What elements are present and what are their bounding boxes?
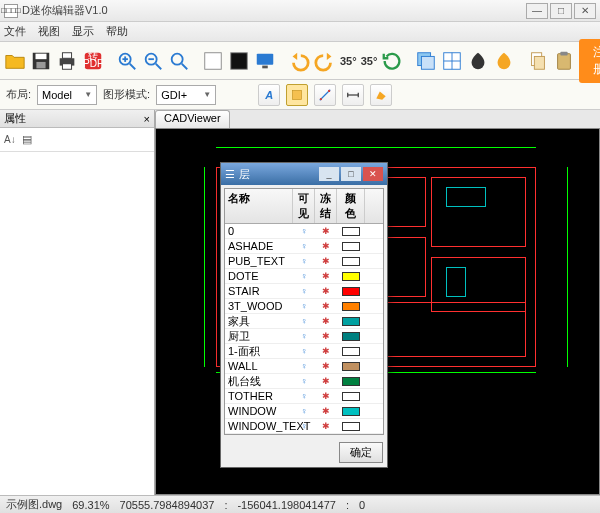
layer-row[interactable]: 厨卫♀✱: [225, 329, 383, 344]
color-swatch[interactable]: [337, 287, 365, 296]
color-swatch[interactable]: [337, 227, 365, 236]
layer-row[interactable]: TOTHER♀✱: [225, 389, 383, 404]
fill-color-button[interactable]: [493, 47, 515, 75]
register-button[interactable]: 注册: [579, 39, 600, 83]
bulb-icon[interactable]: ♀: [293, 391, 315, 401]
dialog-titlebar[interactable]: ☰ 层 _ □ ✕: [221, 163, 387, 185]
bulb-icon[interactable]: ♀: [293, 331, 315, 341]
area-tool-button[interactable]: [370, 84, 392, 106]
layer-row[interactable]: WINDOW_TEXT♀✱: [225, 419, 383, 434]
snowflake-icon[interactable]: ✱: [315, 376, 337, 386]
bulb-icon[interactable]: ♀: [293, 301, 315, 311]
paste-button[interactable]: [553, 47, 575, 75]
snowflake-icon[interactable]: ✱: [315, 406, 337, 416]
layout-select[interactable]: Model▼: [37, 85, 97, 105]
color-swatch[interactable]: [337, 392, 365, 401]
layer-row[interactable]: ASHADE♀✱: [225, 239, 383, 254]
text-tool-button[interactable]: A: [258, 84, 280, 106]
print-button[interactable]: [56, 47, 78, 75]
bg-white-button[interactable]: [202, 47, 224, 75]
bulb-icon[interactable]: ♀: [293, 361, 315, 371]
measure-tool-button[interactable]: [314, 84, 336, 106]
color-swatch[interactable]: [337, 242, 365, 251]
col-color[interactable]: 颜色: [337, 189, 365, 223]
snowflake-icon[interactable]: ✱: [315, 361, 337, 371]
snowflake-icon[interactable]: ✱: [315, 301, 337, 311]
bulb-icon[interactable]: ♀: [293, 376, 315, 386]
layer-row[interactable]: 机台线♀✱: [225, 374, 383, 389]
bulb-icon[interactable]: ♀: [293, 421, 315, 431]
select-tool-button[interactable]: [286, 84, 308, 106]
undo-button[interactable]: [288, 47, 310, 75]
rotate-right-button[interactable]: 35°: [361, 47, 378, 75]
ok-button[interactable]: 确定: [339, 442, 383, 463]
color-swatch[interactable]: [337, 272, 365, 281]
mode-select[interactable]: GDI+▼: [156, 85, 216, 105]
layer-row[interactable]: DOTE♀✱: [225, 269, 383, 284]
layer-row[interactable]: WALL♀✱: [225, 359, 383, 374]
copy-button[interactable]: [527, 47, 549, 75]
color-swatch[interactable]: [337, 377, 365, 386]
viewer-tab[interactable]: CADViewer: [155, 110, 230, 128]
bulb-icon[interactable]: ♀: [293, 346, 315, 356]
zoom-extents-button[interactable]: [168, 47, 190, 75]
dialog-minimize-button[interactable]: _: [319, 167, 339, 181]
layer-row[interactable]: STAIR♀✱: [225, 284, 383, 299]
bulb-icon[interactable]: ♀: [293, 271, 315, 281]
panel-close-icon[interactable]: ×: [144, 113, 150, 125]
bulb-icon[interactable]: ♀: [293, 256, 315, 266]
layer-button[interactable]: [415, 47, 437, 75]
dialog-close-button[interactable]: ✕: [363, 167, 383, 181]
color-swatch[interactable]: [337, 362, 365, 371]
color-swatch[interactable]: [337, 347, 365, 356]
snowflake-icon[interactable]: ✱: [315, 241, 337, 251]
bulb-icon[interactable]: ♀: [293, 241, 315, 251]
snowflake-icon[interactable]: ✱: [315, 346, 337, 356]
layer-row[interactable]: WINDOW♀✱: [225, 404, 383, 419]
sort-az-icon[interactable]: A↓: [4, 134, 16, 145]
snowflake-icon[interactable]: ✱: [315, 331, 337, 341]
col-freeze[interactable]: 冻结: [315, 189, 337, 223]
snowflake-icon[interactable]: ✱: [315, 271, 337, 281]
menu-view[interactable]: 视图: [38, 24, 60, 39]
layer-row[interactable]: 3T_WOOD♀✱: [225, 299, 383, 314]
color-swatch[interactable]: [337, 332, 365, 341]
grid-button[interactable]: [441, 47, 463, 75]
color-swatch[interactable]: [337, 317, 365, 326]
redo-button[interactable]: [314, 47, 336, 75]
fill-dark-button[interactable]: [467, 47, 489, 75]
minimize-button[interactable]: —: [526, 3, 548, 19]
layer-row[interactable]: PUB_TEXT♀✱: [225, 254, 383, 269]
dimension-tool-button[interactable]: [342, 84, 364, 106]
zoom-out-button[interactable]: [142, 47, 164, 75]
snowflake-icon[interactable]: ✱: [315, 286, 337, 296]
menu-display[interactable]: 显示: [72, 24, 94, 39]
bulb-icon[interactable]: ♀: [293, 316, 315, 326]
color-swatch[interactable]: [337, 407, 365, 416]
dialog-maximize-button[interactable]: □: [341, 167, 361, 181]
zoom-in-button[interactable]: [116, 47, 138, 75]
snowflake-icon[interactable]: ✱: [315, 226, 337, 236]
snowflake-icon[interactable]: ✱: [315, 316, 337, 326]
menu-file[interactable]: 文件: [4, 24, 26, 39]
color-swatch[interactable]: [337, 257, 365, 266]
layer-row[interactable]: 家具♀✱: [225, 314, 383, 329]
menu-help[interactable]: 帮助: [106, 24, 128, 39]
snowflake-icon[interactable]: ✱: [315, 256, 337, 266]
snowflake-icon[interactable]: ✱: [315, 421, 337, 431]
monitor-button[interactable]: [254, 47, 276, 75]
maximize-button[interactable]: □: [550, 3, 572, 19]
export-pdf-button[interactable]: 转PDF: [82, 47, 104, 75]
layer-row[interactable]: 0♀✱: [225, 224, 383, 239]
bg-black-button[interactable]: [228, 47, 250, 75]
snowflake-icon[interactable]: ✱: [315, 391, 337, 401]
bulb-icon[interactable]: ♀: [293, 406, 315, 416]
filter-icon[interactable]: ▤: [22, 133, 32, 146]
layer-row[interactable]: 1-面积♀✱: [225, 344, 383, 359]
col-name[interactable]: 名称: [225, 189, 293, 223]
save-button[interactable]: [30, 47, 52, 75]
rotate-cycle-button[interactable]: [381, 47, 403, 75]
color-swatch[interactable]: [337, 302, 365, 311]
close-button[interactable]: ✕: [574, 3, 596, 19]
col-visible[interactable]: 可见: [293, 189, 315, 223]
